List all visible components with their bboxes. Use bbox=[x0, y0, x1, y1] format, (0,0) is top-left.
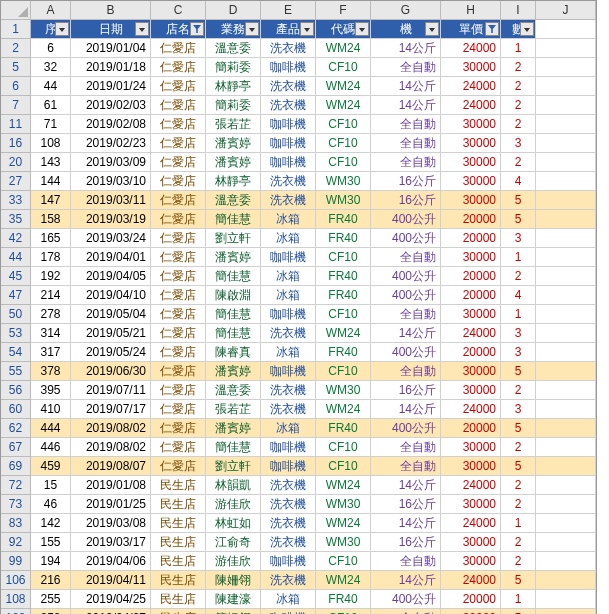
data-cell[interactable]: 14公斤 bbox=[371, 324, 441, 343]
data-cell[interactable]: 咖啡機 bbox=[261, 58, 316, 77]
data-cell[interactable]: 3 bbox=[501, 134, 536, 153]
data-cell[interactable]: 仁愛店 bbox=[151, 172, 206, 191]
data-cell[interactable]: 24000 bbox=[441, 77, 501, 96]
data-cell[interactable]: 仁愛店 bbox=[151, 248, 206, 267]
data-cell[interactable]: 2 bbox=[501, 267, 536, 286]
cell-empty[interactable] bbox=[536, 20, 596, 39]
data-cell[interactable]: 30000 bbox=[441, 305, 501, 324]
data-cell[interactable]: 2 bbox=[501, 96, 536, 115]
data-cell[interactable]: 民生店 bbox=[151, 590, 206, 609]
data-cell[interactable]: 2019/01/08 bbox=[71, 476, 151, 495]
data-cell[interactable]: 洗衣機 bbox=[261, 172, 316, 191]
table-header[interactable]: 店名 bbox=[151, 20, 206, 39]
data-cell[interactable]: 陳啟淵 bbox=[206, 286, 261, 305]
data-cell[interactable]: 民生店 bbox=[151, 552, 206, 571]
data-cell[interactable]: 咖啡機 bbox=[261, 115, 316, 134]
data-cell[interactable]: 2019/07/17 bbox=[71, 400, 151, 419]
data-cell[interactable]: 仁愛店 bbox=[151, 400, 206, 419]
cell-empty[interactable] bbox=[536, 438, 596, 457]
data-cell[interactable]: 71 bbox=[31, 115, 71, 134]
data-cell[interactable]: 5 bbox=[501, 571, 536, 590]
data-cell[interactable]: 5 bbox=[501, 362, 536, 381]
data-cell[interactable]: 5 bbox=[501, 419, 536, 438]
data-cell[interactable]: 30000 bbox=[441, 438, 501, 457]
data-cell[interactable]: 張若芷 bbox=[206, 115, 261, 134]
data-cell[interactable]: 仁愛店 bbox=[151, 96, 206, 115]
row-number[interactable]: 44 bbox=[1, 248, 31, 267]
column-header-D[interactable]: D bbox=[206, 1, 261, 20]
data-cell[interactable]: 全自動 bbox=[371, 134, 441, 153]
data-cell[interactable]: 30000 bbox=[441, 172, 501, 191]
data-cell[interactable]: 24000 bbox=[441, 476, 501, 495]
data-cell[interactable]: 仁愛店 bbox=[151, 58, 206, 77]
data-cell[interactable]: 2019/04/10 bbox=[71, 286, 151, 305]
data-cell[interactable]: 洗衣機 bbox=[261, 96, 316, 115]
data-cell[interactable]: 4 bbox=[501, 286, 536, 305]
data-cell[interactable]: 30000 bbox=[441, 115, 501, 134]
data-cell[interactable]: 民生店 bbox=[151, 514, 206, 533]
data-cell[interactable]: WM24 bbox=[316, 400, 371, 419]
data-cell[interactable]: 30000 bbox=[441, 457, 501, 476]
data-cell[interactable]: 16公斤 bbox=[371, 495, 441, 514]
data-cell[interactable]: 14公斤 bbox=[371, 96, 441, 115]
data-cell[interactable]: 游佳欣 bbox=[206, 552, 261, 571]
data-cell[interactable]: 24000 bbox=[441, 96, 501, 115]
data-cell[interactable]: 400公升 bbox=[371, 229, 441, 248]
data-cell[interactable]: 2 bbox=[501, 552, 536, 571]
table-header[interactable]: 機 bbox=[371, 20, 441, 39]
data-cell[interactable]: 簡莉委 bbox=[206, 96, 261, 115]
data-cell[interactable]: 15 bbox=[31, 476, 71, 495]
data-cell[interactable]: 2019/05/24 bbox=[71, 343, 151, 362]
data-cell[interactable]: 178 bbox=[31, 248, 71, 267]
table-header[interactable]: 代碼 bbox=[316, 20, 371, 39]
data-cell[interactable]: 61 bbox=[31, 96, 71, 115]
row-number[interactable]: 20 bbox=[1, 153, 31, 172]
data-cell[interactable]: 30000 bbox=[441, 134, 501, 153]
cell-empty[interactable] bbox=[536, 514, 596, 533]
data-cell[interactable]: 林虹如 bbox=[206, 514, 261, 533]
table-header[interactable]: 產品 bbox=[261, 20, 316, 39]
cell-empty[interactable] bbox=[536, 400, 596, 419]
row-number[interactable]: 53 bbox=[1, 324, 31, 343]
data-cell[interactable]: 108 bbox=[31, 134, 71, 153]
data-cell[interactable]: 咖啡機 bbox=[261, 362, 316, 381]
data-cell[interactable]: 216 bbox=[31, 571, 71, 590]
data-cell[interactable]: 2 bbox=[501, 495, 536, 514]
data-cell[interactable]: 144 bbox=[31, 172, 71, 191]
data-cell[interactable]: 洗衣機 bbox=[261, 514, 316, 533]
data-cell[interactable]: WM24 bbox=[316, 476, 371, 495]
data-cell[interactable]: 溫意委 bbox=[206, 39, 261, 58]
data-cell[interactable]: 冰箱 bbox=[261, 229, 316, 248]
data-cell[interactable]: 洗衣機 bbox=[261, 495, 316, 514]
row-number[interactable]: 67 bbox=[1, 438, 31, 457]
data-cell[interactable]: WM24 bbox=[316, 514, 371, 533]
data-cell[interactable]: CF10 bbox=[316, 438, 371, 457]
data-cell[interactable]: 全自動 bbox=[371, 362, 441, 381]
data-cell[interactable]: 2019/03/08 bbox=[71, 514, 151, 533]
data-cell[interactable]: 溫意委 bbox=[206, 381, 261, 400]
row-number[interactable]: 109 bbox=[1, 609, 31, 614]
data-cell[interactable]: 2019/04/25 bbox=[71, 590, 151, 609]
data-cell[interactable]: 洗衣機 bbox=[261, 476, 316, 495]
data-cell[interactable]: 24000 bbox=[441, 324, 501, 343]
row-number[interactable]: 27 bbox=[1, 172, 31, 191]
data-cell[interactable]: 2019/07/11 bbox=[71, 381, 151, 400]
data-cell[interactable]: 446 bbox=[31, 438, 71, 457]
data-cell[interactable]: 214 bbox=[31, 286, 71, 305]
data-cell[interactable]: FR40 bbox=[316, 267, 371, 286]
cell-empty[interactable] bbox=[536, 248, 596, 267]
row-number[interactable]: 1 bbox=[1, 20, 31, 39]
data-cell[interactable]: 全自動 bbox=[371, 248, 441, 267]
column-header-E[interactable]: E bbox=[261, 1, 316, 20]
data-cell[interactable]: 410 bbox=[31, 400, 71, 419]
data-cell[interactable]: 30000 bbox=[441, 248, 501, 267]
data-cell[interactable]: 仁愛店 bbox=[151, 210, 206, 229]
data-cell[interactable]: 5 bbox=[501, 609, 536, 614]
filter-dropdown-icon[interactable] bbox=[425, 22, 439, 36]
data-cell[interactable]: 16公斤 bbox=[371, 533, 441, 552]
data-cell[interactable]: 2019/08/02 bbox=[71, 419, 151, 438]
data-cell[interactable]: WM30 bbox=[316, 172, 371, 191]
filter-dropdown-icon[interactable] bbox=[245, 22, 259, 36]
data-cell[interactable]: 2019/05/04 bbox=[71, 305, 151, 324]
data-cell[interactable]: 143 bbox=[31, 153, 71, 172]
